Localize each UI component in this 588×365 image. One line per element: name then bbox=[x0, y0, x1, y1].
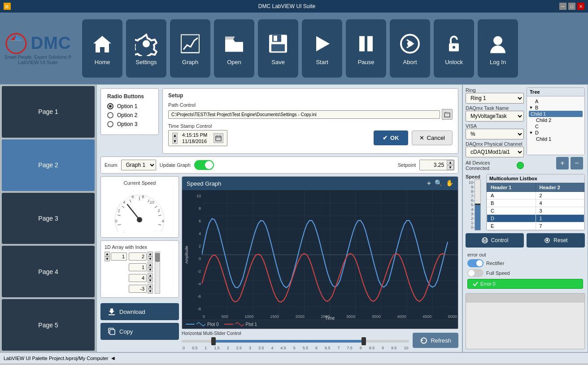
val0-down[interactable]: ▼ bbox=[148, 256, 153, 261]
sidebar-item-page2[interactable]: Page 2 bbox=[2, 139, 95, 191]
graph-col: Speed Graph + 🔍 ✋ Amplitude bbox=[182, 176, 458, 350]
scrollbar-thumb bbox=[466, 294, 584, 303]
download-button[interactable]: Download bbox=[100, 303, 179, 320]
reset-button[interactable]: Reset bbox=[527, 233, 585, 248]
table-row[interactable]: A2 bbox=[487, 192, 584, 200]
tree-item-a[interactable]: A bbox=[529, 98, 583, 104]
setpoint-container: ▲ ▼ bbox=[419, 160, 454, 170]
radio-option3[interactable]: Option 3 bbox=[107, 121, 152, 127]
login-label: Log In bbox=[490, 59, 506, 65]
time-down-btn[interactable]: ▼ bbox=[172, 139, 178, 144]
index-down[interactable]: ▼ bbox=[105, 256, 110, 261]
sidebar-item-page1[interactable]: Page 1 bbox=[2, 86, 95, 138]
array-index-input[interactable] bbox=[111, 252, 127, 261]
radio-option1[interactable]: Option 1 bbox=[107, 103, 152, 109]
visa-select[interactable]: % bbox=[466, 129, 524, 139]
listbox-section: Multicolumn Listbox Header 1 Header 2 A2… bbox=[486, 174, 585, 230]
tree-item-b-child1[interactable]: Child 1 bbox=[529, 111, 583, 117]
sidebar-item-page5[interactable]: Page 5 bbox=[2, 299, 95, 351]
setpoint-input[interactable] bbox=[420, 161, 447, 169]
table-row[interactable]: E7 bbox=[487, 222, 584, 230]
radio-title: Radio Buttons bbox=[107, 93, 152, 100]
val3-up[interactable]: ▲ bbox=[148, 284, 153, 289]
start-button[interactable]: Start bbox=[302, 19, 342, 78]
tree-item-b[interactable]: ▼ B bbox=[529, 104, 583, 111]
setpoint-up[interactable]: ▲ bbox=[447, 160, 454, 165]
svg-point-22 bbox=[493, 36, 502, 45]
right-scrollbar[interactable] bbox=[466, 293, 585, 349]
array-val-3[interactable] bbox=[129, 285, 147, 293]
svg-rect-24 bbox=[444, 112, 447, 113]
tree-item-d-child1[interactable]: Child 1 bbox=[529, 136, 583, 142]
tree-add-button[interactable]: + bbox=[556, 157, 569, 169]
copy-button[interactable]: Copy bbox=[100, 323, 179, 340]
save-button[interactable]: Save bbox=[258, 19, 298, 78]
val0-up[interactable]: ▲ bbox=[148, 252, 153, 256]
val1-down[interactable]: ▼ bbox=[148, 267, 153, 272]
pause-button[interactable]: Pause bbox=[346, 19, 386, 78]
svg-rect-23 bbox=[444, 113, 450, 117]
val3-down[interactable]: ▼ bbox=[148, 289, 153, 294]
home-button[interactable]: Home bbox=[82, 19, 122, 78]
rectifier-toggle[interactable] bbox=[467, 259, 483, 267]
tree-scroll[interactable]: A ▼ B Child 1 Child 2 bbox=[527, 96, 584, 155]
tree-item-b-child2[interactable]: Child 2 bbox=[529, 117, 583, 123]
val2-up[interactable]: ▲ bbox=[148, 273, 153, 278]
daqmx-task-select[interactable]: MyVoltageTask bbox=[466, 111, 524, 122]
path-input[interactable] bbox=[168, 110, 440, 119]
table-row-selected[interactable]: D1 bbox=[487, 215, 584, 222]
error-section: error out Rectifier Full Speed Error bbox=[466, 250, 585, 291]
ok-button[interactable]: ✔ OK bbox=[374, 130, 408, 145]
cancel-button[interactable]: ✕ Cancel bbox=[412, 130, 453, 145]
maximize-button[interactable]: □ bbox=[568, 3, 575, 10]
unlock-button[interactable]: Unlock bbox=[434, 19, 474, 78]
time-up-btn[interactable]: ▲ bbox=[172, 133, 178, 138]
login-button[interactable]: Log In bbox=[478, 19, 518, 78]
slider-track-container[interactable] bbox=[182, 337, 409, 346]
array-scrollbar[interactable] bbox=[155, 252, 160, 294]
control-button[interactable]: Control bbox=[466, 233, 524, 248]
date-value: 11/18/2016 bbox=[182, 139, 207, 144]
val1-up[interactable]: ▲ bbox=[148, 262, 153, 267]
refresh-button[interactable]: Refresh bbox=[413, 333, 458, 348]
index-up[interactable]: ▲ bbox=[105, 252, 110, 256]
graph-button[interactable]: Graph bbox=[170, 19, 210, 78]
svg-point-21 bbox=[453, 46, 455, 49]
settings-button[interactable]: Settings bbox=[126, 19, 166, 78]
graph-add-icon[interactable]: + bbox=[427, 179, 431, 187]
tree-item-d[interactable]: ▼ D bbox=[529, 130, 583, 136]
sidebar-item-page3[interactable]: Page 3 bbox=[2, 193, 95, 244]
graph-pan-icon[interactable]: ✋ bbox=[446, 179, 453, 187]
ring-select[interactable]: Ring 1 bbox=[466, 93, 524, 104]
abort-button[interactable]: Abort bbox=[390, 19, 430, 78]
array-val-0[interactable] bbox=[129, 252, 147, 261]
close-button[interactable]: ✕ bbox=[577, 3, 584, 10]
open-button[interactable]: Open bbox=[214, 19, 254, 78]
graph-zoom-icon[interactable]: 🔍 bbox=[435, 179, 442, 187]
array-val-1[interactable] bbox=[129, 263, 147, 271]
table-row[interactable]: B4 bbox=[487, 200, 584, 207]
array-val-2[interactable] bbox=[129, 274, 147, 282]
tree-remove-button[interactable]: − bbox=[571, 157, 583, 169]
update-graph-toggle[interactable] bbox=[194, 160, 214, 170]
listbox-header-1[interactable]: Header 1 bbox=[487, 183, 536, 192]
slider-thumb-2[interactable] bbox=[362, 337, 366, 345]
path-browse-button[interactable] bbox=[442, 109, 453, 120]
fullspeed-toggle[interactable] bbox=[467, 269, 483, 277]
slider-thumb-1[interactable] bbox=[211, 337, 216, 345]
abort-icon bbox=[399, 31, 421, 56]
svg-rect-17 bbox=[367, 36, 373, 52]
enum-select[interactable]: Graph 1 bbox=[121, 160, 156, 170]
sidebar-item-page4[interactable]: Page 4 bbox=[2, 246, 95, 297]
setpoint-down[interactable]: ▼ bbox=[447, 165, 454, 170]
listbox-header-2[interactable]: Header 2 bbox=[536, 183, 584, 192]
ring-column: Ring Ring 1 DAQmx Task Name MyVoltageTas… bbox=[466, 87, 524, 171]
calendar-icon[interactable] bbox=[213, 133, 223, 143]
tree-item-c[interactable]: C bbox=[529, 123, 583, 130]
table-row[interactable]: C3 bbox=[487, 207, 584, 215]
daqmx-channel-select[interactable]: cDAQ1Mod1/ai1 bbox=[466, 147, 524, 157]
val2-down[interactable]: ▼ bbox=[148, 278, 153, 283]
minimize-button[interactable]: ─ bbox=[559, 3, 566, 10]
svg-text:4: 4 bbox=[123, 200, 125, 204]
radio-option2[interactable]: Option 2 bbox=[107, 112, 152, 118]
